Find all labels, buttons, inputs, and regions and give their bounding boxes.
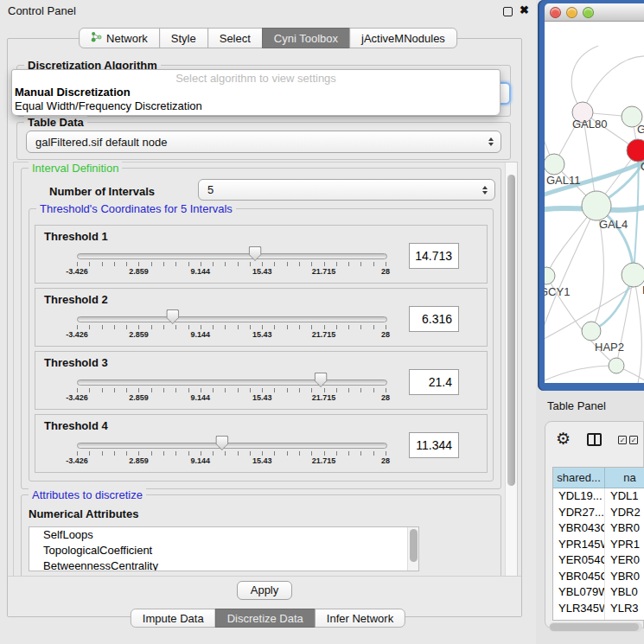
network-node[interactable] [627, 139, 644, 162]
table-cell: YBR043C [553, 520, 605, 537]
close-icon[interactable]: ✖ [520, 3, 529, 16]
gear-icon[interactable]: ⚙ [556, 429, 571, 449]
checkbox-checked-icon[interactable]: ✓ [618, 436, 627, 444]
tab-select[interactable]: Select [207, 28, 263, 48]
dropdown-hint: Select algorithm to view settings [12, 71, 500, 86]
table-row[interactable]: YIL052CYIL0 [553, 616, 644, 621]
tab-discretize-data[interactable]: Discretize Data [215, 609, 316, 628]
tab-network[interactable]: Network [79, 28, 160, 48]
threshold-value-field[interactable]: 11.344 [409, 432, 459, 458]
table-column-header[interactable]: shared... [553, 468, 605, 488]
slider-tick-label: 28 [381, 456, 390, 465]
tab-infer-network[interactable]: Infer Network [315, 609, 405, 628]
table-row[interactable]: YLR345WYLR3 [553, 601, 644, 617]
slider-tick-label: 15.43 [252, 393, 272, 402]
algorithm-option[interactable]: Equal Width/Frequency Discretization [12, 99, 500, 113]
table-panel-title: Table Panel [547, 399, 606, 412]
columns-icon[interactable] [587, 433, 602, 446]
threshold-value-field[interactable]: 21.4 [409, 369, 459, 395]
tab-impute-data[interactable]: Impute Data [131, 609, 216, 628]
threshold-panel: Threshold 1 -3.4262.8599.14415.4321.7152… [35, 225, 488, 284]
minimize-traffic-light-icon[interactable] [566, 7, 577, 18]
close-traffic-light-icon[interactable] [550, 7, 561, 18]
threshold-value-field[interactable]: 6.316 [409, 306, 459, 332]
list-scrollbar[interactable] [407, 527, 418, 571]
slider-tick-labels: -3.4262.8599.14415.4321.71528 [77, 267, 386, 277]
table-row[interactable]: YER054CYER0 [553, 552, 644, 569]
table-row[interactable]: YDR27...YDR2 [553, 505, 644, 521]
threshold-value-field[interactable]: 14.713 [409, 243, 459, 269]
vertical-scrollbar-thumb[interactable] [507, 175, 515, 486]
node-label: GAL80 [572, 118, 607, 131]
threshold-label: Threshold 4 [44, 419, 108, 432]
slider-tick-label: 2.859 [129, 267, 149, 276]
dropdown-options: Manual DiscretizationEqual Width/Frequen… [12, 86, 500, 113]
tab-label: Style [171, 32, 196, 45]
checkbox-checked-icon[interactable]: ✓ [629, 436, 638, 444]
zoom-traffic-light-icon[interactable] [583, 7, 594, 18]
table-row[interactable]: YBL079WYBL0 [553, 584, 644, 601]
attributes-to-discretize-group: Attributes to discretize Numerical Attri… [21, 494, 501, 578]
group-title: Attributes to discretize [29, 488, 146, 501]
attribute-list-item[interactable]: TopologicalCoefficient [29, 543, 418, 558]
number-of-intervals-label: Number of Intervals [49, 185, 155, 198]
network-node[interactable] [622, 263, 644, 287]
group-title: Interval Definition [29, 162, 122, 175]
table-row[interactable]: YPR145WYPR1 [553, 537, 644, 553]
slider-tick-label: 28 [381, 330, 390, 339]
slider-thumb[interactable] [249, 246, 262, 261]
apply-button[interactable]: Apply [237, 581, 292, 600]
slider-rail [77, 373, 386, 388]
slider-ticks [77, 325, 386, 329]
list-scrollbar-thumb[interactable] [410, 529, 418, 562]
slider-tick-label: -3.426 [66, 456, 88, 465]
slider-tick-labels: -3.4262.8599.14415.4321.71528 [77, 393, 386, 404]
network-node[interactable] [582, 191, 611, 220]
network-node[interactable] [609, 358, 624, 373]
slider-rail [77, 436, 386, 451]
network-node[interactable] [545, 267, 555, 284]
table-row[interactable]: YBR043CYBR0 [553, 520, 644, 537]
horizontal-scrollbar[interactable] [549, 622, 642, 632]
float-window-icon[interactable] [503, 7, 513, 16]
vertical-scrollbar[interactable] [505, 163, 517, 577]
table-body: YDL19...YDL1YDR27...YDR2YBR043CYBR0YPR14… [553, 488, 644, 621]
table-cell: YLR345W [553, 601, 605, 617]
table-row[interactable]: YBR045CYBR0 [553, 569, 644, 585]
threshold-panel: Threshold 4 -3.4262.8599.14415.4321.7152… [35, 414, 488, 473]
horizontal-scrollbar-thumb[interactable] [550, 623, 639, 631]
attribute-list-item[interactable]: BetweennessCentrality [29, 558, 418, 571]
attribute-items: SelfLoopsTopologicalCoefficientBetweenne… [29, 527, 418, 571]
slider-ticks [77, 451, 386, 456]
attribute-list-item[interactable]: SelfLoops [29, 527, 418, 543]
network-canvas[interactable]: GAL80GACGAL11GAL4GCY1HHAP2 [545, 22, 644, 383]
network-window-titlebar [545, 3, 644, 22]
slider-tick-label: 2.859 [129, 393, 149, 402]
thresholds-coordinates-group: Threshold's Coordinates for 5 Intervals … [29, 208, 494, 481]
slider-tick-label: 21.715 [312, 456, 336, 465]
network-node[interactable] [545, 154, 564, 175]
table-data-combobox[interactable]: galFiltered.sif default node [26, 131, 501, 153]
right-column: GAL80GACGAL11GAL4GCY1HHAP2 Table Panel ⚙… [536, 0, 644, 644]
algorithm-option[interactable]: Manual Discretization [12, 86, 500, 99]
node-label: HAP2 [595, 341, 624, 354]
threshold-label: Threshold 2 [44, 293, 108, 306]
network-node[interactable] [582, 322, 601, 341]
tab-style[interactable]: Style [159, 28, 208, 48]
slider-tick-label: 2.859 [129, 456, 149, 465]
table-cell: YER054C [553, 552, 605, 569]
tab-cyni-toolbox[interactable]: Cyni Toolbox [262, 28, 350, 48]
slider-thumb[interactable] [166, 309, 179, 324]
table-data-group: Table Data galFiltered.sif default node [16, 122, 511, 160]
slider-thumb[interactable] [315, 373, 328, 387]
slider-rail [77, 246, 386, 262]
table-cell: YPR145W [553, 537, 605, 553]
table-header-row: shared...na [553, 468, 644, 488]
number-of-intervals-combobox[interactable]: 5 [198, 179, 495, 201]
tab-jactivemnodules[interactable]: jActiveMNodules [349, 28, 457, 48]
table-column-header[interactable]: na [605, 468, 644, 488]
slider-thumb[interactable] [215, 436, 228, 450]
slider-tick-label: -3.426 [66, 393, 88, 402]
table-row[interactable]: YDL19...YDL1 [553, 488, 644, 505]
slider-tick-label: 28 [381, 393, 390, 402]
